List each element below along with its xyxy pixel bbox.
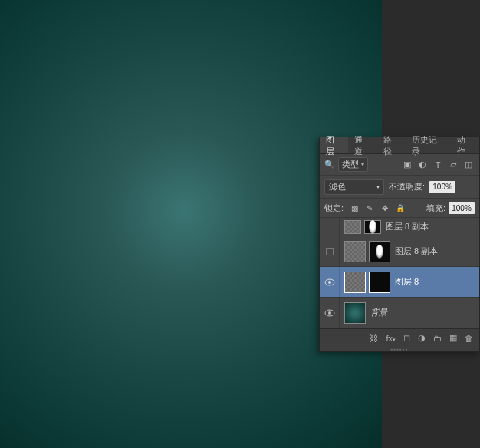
type-dropdown[interactable]: 类型 ▾ bbox=[338, 157, 368, 172]
layer-name[interactable]: 图层 8 副本 bbox=[395, 245, 438, 257]
new-fill-icon[interactable]: ◑ bbox=[418, 333, 426, 343]
filter-smart-icon[interactable]: ◫ bbox=[462, 160, 475, 170]
lock-row: 锁定: ▩ ✎ ✥ 🔒 填充: 100% bbox=[320, 199, 479, 218]
layer-thumbnail[interactable] bbox=[344, 302, 366, 324]
svg-point-1 bbox=[328, 281, 331, 284]
chevron-down-icon: ▾ bbox=[376, 183, 380, 190]
visibility-off-box bbox=[326, 248, 334, 255]
visibility-toggle[interactable] bbox=[320, 267, 340, 297]
panel-resize-grip[interactable]: ▪▪▪▪▪▪ bbox=[320, 347, 479, 351]
tab-paths[interactable]: 路径 bbox=[377, 137, 406, 153]
layer-thumbs bbox=[344, 272, 390, 293]
svg-point-3 bbox=[328, 311, 331, 315]
opacity-value[interactable]: 100% bbox=[429, 181, 455, 193]
mask-thumbnail[interactable] bbox=[364, 220, 381, 234]
filter-shape-icon[interactable]: ▱ bbox=[447, 160, 459, 170]
layer-thumbs bbox=[344, 241, 390, 262]
lock-pixels-icon[interactable]: ✎ bbox=[363, 203, 376, 213]
layer-row[interactable]: 背景 bbox=[320, 298, 479, 328]
type-label: 类型 bbox=[342, 159, 359, 170]
blend-mode-dropdown[interactable]: 滤色 ▾ bbox=[324, 179, 384, 195]
eye-icon bbox=[324, 278, 335, 286]
visibility-toggle[interactable] bbox=[320, 236, 340, 266]
filter-adjust-icon[interactable]: ◐ bbox=[416, 160, 429, 170]
layer-thumbs bbox=[344, 302, 366, 324]
delete-layer-icon[interactable]: 🗑 bbox=[465, 334, 473, 343]
chevron-down-icon: ▾ bbox=[361, 161, 364, 168]
fill-label: 填充: bbox=[426, 203, 445, 214]
layer-list: 图层 8 副本 图层 8 副本 图层 8 bbox=[320, 218, 479, 328]
eye-icon bbox=[324, 309, 335, 317]
blend-mode-value: 滤色 bbox=[329, 181, 346, 193]
fx-icon[interactable]: fx▾ bbox=[386, 334, 396, 343]
search-icon[interactable]: 🔍 bbox=[324, 160, 335, 170]
layer-row[interactable]: 图层 8 bbox=[320, 267, 479, 298]
fill-value[interactable]: 100% bbox=[449, 202, 475, 214]
tab-layers[interactable]: 图层 bbox=[320, 137, 348, 153]
panel-bottom-bar: ⛓ fx▾ ◻ ◑ 🗀 ▦ 🗑 bbox=[320, 328, 479, 347]
layer-row[interactable]: 图层 8 副本 bbox=[320, 218, 479, 236]
filter-text-icon[interactable]: T bbox=[432, 160, 444, 170]
lock-label: 锁定: bbox=[324, 203, 344, 214]
layer-row[interactable]: 图层 8 副本 bbox=[320, 236, 479, 267]
lock-transparency-icon[interactable]: ▩ bbox=[348, 203, 360, 213]
layer-thumbnail[interactable] bbox=[344, 220, 361, 234]
new-layer-icon[interactable]: ▦ bbox=[449, 333, 457, 343]
tab-history[interactable]: 历史记录 bbox=[406, 137, 451, 153]
mask-thumbnail[interactable] bbox=[369, 272, 390, 293]
layer-thumbs bbox=[344, 220, 381, 234]
layer-name[interactable]: 图层 8 bbox=[395, 276, 419, 288]
visibility-toggle[interactable] bbox=[320, 218, 340, 236]
mask-thumbnail[interactable] bbox=[369, 241, 390, 262]
lock-position-icon[interactable]: ✥ bbox=[379, 203, 391, 213]
new-group-icon[interactable]: 🗀 bbox=[433, 334, 442, 343]
panel-tabs: 图层 通道 路径 历史记录 动作 bbox=[320, 137, 479, 154]
tab-actions[interactable]: 动作 bbox=[451, 137, 479, 153]
layer-thumbnail[interactable] bbox=[344, 272, 366, 293]
add-mask-icon[interactable]: ◻ bbox=[403, 333, 410, 343]
visibility-toggle[interactable] bbox=[320, 298, 340, 328]
opacity-label: 不透明度: bbox=[389, 181, 425, 193]
filter-image-icon[interactable]: ▣ bbox=[401, 160, 413, 170]
layer-name[interactable]: 背景 bbox=[370, 307, 387, 318]
blend-row: 滤色 ▾ 不透明度: 100% bbox=[320, 176, 479, 199]
layer-name[interactable]: 图层 8 副本 bbox=[386, 221, 429, 232]
layer-thumbnail[interactable] bbox=[344, 241, 366, 262]
filter-row: 🔍 类型 ▾ ▣ ◐ T ▱ ◫ bbox=[320, 154, 479, 176]
layers-panel: 图层 通道 路径 历史记录 动作 🔍 类型 ▾ ▣ ◐ T ▱ ◫ 滤色 ▾ 不… bbox=[319, 137, 480, 352]
link-layers-icon[interactable]: ⛓ bbox=[370, 334, 378, 343]
tab-channels[interactable]: 通道 bbox=[348, 137, 376, 153]
lock-all-icon[interactable]: 🔒 bbox=[394, 203, 406, 213]
